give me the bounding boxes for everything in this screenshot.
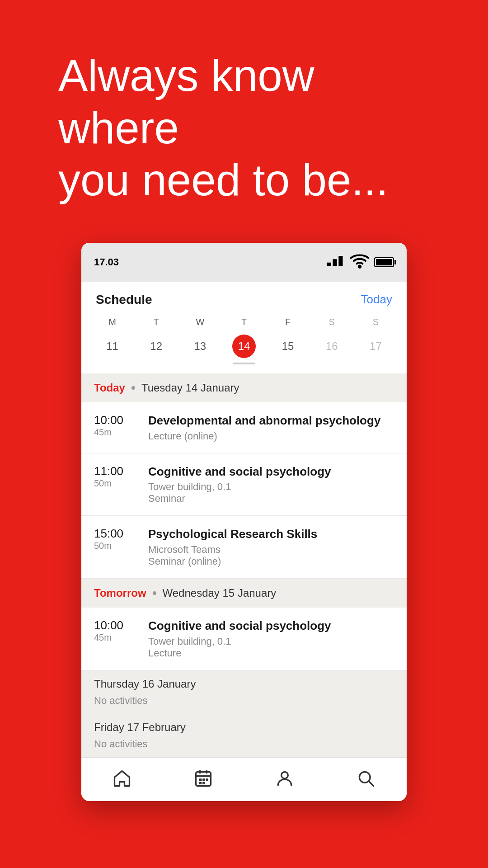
weekday-m[interactable]: M — [90, 314, 134, 330]
hero-line2: you need to be... — [58, 154, 430, 207]
week-dates: 11 12 13 14 15 16 17 — [90, 335, 398, 358]
svg-rect-10 — [206, 778, 209, 781]
weekday-t2[interactable]: T — [222, 314, 266, 330]
nav-home[interactable] — [112, 769, 132, 788]
today-label: Today — [94, 382, 125, 394]
weekday-s2[interactable]: S — [354, 314, 398, 330]
nav-profile[interactable] — [275, 769, 295, 788]
signal-icon — [325, 251, 345, 274]
battery-icon — [374, 257, 394, 267]
event-item[interactable]: 15:00 50m Psychological Research Skills … — [81, 516, 407, 579]
home-icon — [112, 769, 132, 788]
date-16[interactable]: 16 — [320, 335, 343, 358]
date-14-selected[interactable]: 14 — [232, 335, 256, 358]
hero-section: Always know where you need to be... — [0, 0, 488, 243]
svg-point-3 — [359, 266, 361, 268]
event-time: 10:00 45m — [94, 618, 139, 643]
event-item[interactable]: 10:00 45m Cognitive and social psycholog… — [81, 608, 407, 670]
svg-marker-1 — [333, 259, 337, 266]
search-icon — [356, 769, 376, 788]
event-details: Developmental and abnormal psychology Le… — [148, 413, 380, 442]
bottom-nav — [81, 757, 407, 801]
today-header: Today Tuesday 14 January — [81, 373, 407, 402]
svg-rect-12 — [202, 782, 205, 784]
status-icons — [325, 251, 394, 274]
event-time: 11:00 50m — [94, 464, 139, 489]
no-activity-friday: Friday 17 February — [81, 714, 407, 736]
week-indicator — [90, 363, 398, 364]
today-separator — [131, 386, 135, 390]
svg-marker-0 — [327, 263, 331, 266]
svg-line-15 — [369, 781, 373, 786]
no-activity-thursday: Thursday 16 January — [81, 670, 407, 693]
tomorrow-separator — [153, 591, 156, 595]
svg-rect-8 — [199, 778, 202, 781]
weekday-t1[interactable]: T — [134, 314, 178, 330]
no-activity-thursday-label: No activities — [81, 693, 407, 714]
hero-line1: Always know where — [58, 50, 430, 154]
event-details: Cognitive and social psychology Tower bu… — [148, 618, 331, 659]
date-11[interactable]: 11 — [101, 335, 124, 358]
phone-mockup: 17.03 Schedu — [81, 243, 407, 801]
weekday-s1[interactable]: S — [310, 314, 354, 330]
today-date: Tuesday 14 January — [141, 382, 239, 394]
week-days-header: M T W T F S S — [90, 314, 398, 330]
tomorrow-header: Tomorrow Wednesday 15 January — [81, 579, 407, 608]
calendar-week: M T W T F S S 11 12 13 14 15 16 17 — [81, 314, 407, 373]
wifi-icon — [350, 251, 370, 274]
status-time: 17.03 — [94, 256, 119, 268]
event-details: Cognitive and social psychology Tower bu… — [148, 464, 331, 505]
weekday-f[interactable]: F — [266, 314, 310, 330]
date-12[interactable]: 12 — [145, 335, 168, 358]
svg-rect-9 — [202, 778, 205, 781]
tomorrow-date: Wednesday 15 January — [163, 587, 277, 599]
event-item[interactable]: 11:00 50m Cognitive and social psycholog… — [81, 453, 407, 516]
schedule-title: Schedule — [96, 292, 152, 307]
event-time: 10:00 45m — [94, 413, 139, 438]
nav-search[interactable] — [356, 769, 376, 788]
svg-marker-2 — [338, 256, 343, 266]
weekday-w[interactable]: W — [178, 314, 222, 330]
person-icon — [275, 769, 295, 788]
status-bar: 17.03 — [81, 243, 407, 282]
tomorrow-label: Tomorrow — [94, 587, 146, 599]
schedule-header: Schedule Today — [81, 282, 407, 314]
svg-rect-11 — [199, 782, 202, 784]
schedule-content: Today Tuesday 14 January 10:00 45m Devel… — [81, 373, 407, 757]
event-item[interactable]: 10:00 45m Developmental and abnormal psy… — [81, 402, 407, 453]
date-15[interactable]: 15 — [276, 335, 300, 358]
svg-point-13 — [282, 772, 288, 778]
event-details: Psychological Research Skills Microsoft … — [148, 527, 317, 567]
nav-calendar[interactable] — [193, 769, 213, 788]
today-button[interactable]: Today — [361, 292, 392, 307]
no-activity-friday-label: No activities — [81, 736, 407, 757]
calendar-icon — [193, 769, 213, 788]
date-17[interactable]: 17 — [364, 335, 387, 358]
date-13[interactable]: 13 — [188, 335, 212, 358]
event-time: 15:00 50m — [94, 527, 139, 551]
